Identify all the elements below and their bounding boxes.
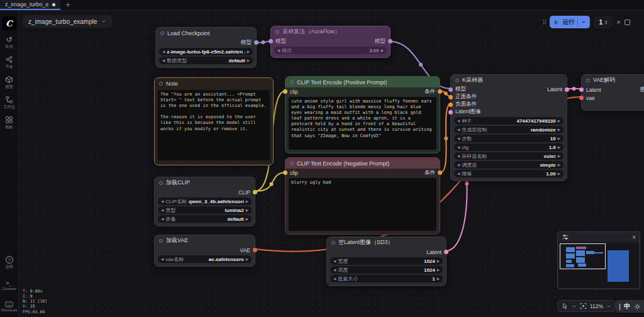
output-slot-latent[interactable]: Latent: [426, 249, 442, 255]
output-slot-conditioning[interactable]: 条件: [425, 169, 436, 177]
node-note[interactable]: Note The "You are an assistant... <Promp…: [154, 77, 274, 165]
link-midpoint-dot[interactable]: [572, 87, 576, 91]
decrement-icon[interactable]: ◀: [457, 128, 460, 131]
node-title-bar[interactable]: 采样算法（AuraFlow）: [271, 26, 390, 37]
widget-ckpt-name[interactable]: ◀ z-image-turbo-fp8-e5m2.safeten ... ▶: [159, 48, 253, 55]
increment-icon[interactable]: ▶: [246, 208, 248, 212]
sidebar-item-templates[interactable]: 模板: [5, 116, 13, 130]
collapse-dot[interactable]: [159, 239, 163, 243]
node-vae-decode[interactable]: VAE解码 Latent 图像 vae: [581, 74, 644, 111]
increment-icon[interactable]: ▶: [246, 217, 248, 221]
node-load-checkpoint[interactable]: Load Checkpoint 模型 ◀ z-image-turbo-fp8-e…: [155, 27, 257, 68]
input-slot-clip[interactable]: clip: [289, 89, 298, 95]
zoom-level[interactable]: 112%: [590, 303, 603, 309]
widget-clip-type[interactable]: ◀ 类型 lumina2 ▶: [158, 206, 252, 214]
comfyui-logo[interactable]: C: [3, 16, 16, 30]
link-midpoint-dot[interactable]: [269, 182, 273, 186]
collapse-dot[interactable]: [290, 162, 294, 165]
increment-icon[interactable]: ▶: [246, 257, 248, 261]
slot-dot-vae[interactable]: [253, 248, 257, 252]
node-clip-text-encode-positive[interactable]: CLIP Text Encode (Positive Prompt) clip …: [285, 76, 440, 153]
slot-dot-model[interactable]: [448, 87, 453, 92]
decrement-icon[interactable]: ◀: [457, 119, 460, 123]
link-midpoint-dot[interactable]: [444, 91, 448, 95]
widget-scheduler[interactable]: ◀ 调度器 simple ▶: [454, 161, 564, 169]
sidebar-item-models[interactable]: 模型: [5, 75, 13, 90]
decrement-icon[interactable]: ◀: [333, 277, 336, 281]
node-load-vae[interactable]: 加载VAE VAE ◀ vae名称 ae.safetensors ▶: [154, 235, 255, 267]
minimap-close-icon[interactable]: ×: [632, 234, 636, 241]
slot-dot-vae[interactable]: [579, 96, 584, 100]
output-slot-latent[interactable]: Latent: [547, 86, 563, 92]
output-slot-clip[interactable]: CLIP: [238, 189, 251, 196]
slot-dot-model[interactable]: [388, 39, 392, 43]
input-slot-vae[interactable]: vae: [586, 95, 595, 101]
widget-sampler-name[interactable]: ◀ 采样器名称 euler ▶: [454, 152, 564, 160]
link-midpoint-dot[interactable]: [419, 63, 423, 67]
decrement-icon[interactable]: ◀: [457, 145, 460, 149]
widget-dtype[interactable]: ◀ 数据类型 default ▶: [159, 57, 253, 64]
widget-width[interactable]: ◀ 宽度 1024 ▶: [330, 257, 443, 265]
collapse-dot[interactable]: [331, 241, 335, 245]
increment-icon[interactable]: ▶: [558, 136, 560, 140]
node-title-bar[interactable]: VAE解码: [582, 75, 644, 86]
decrement-icon[interactable]: ◀: [457, 163, 460, 167]
input-slot-negative[interactable]: 负面条件: [455, 101, 477, 108]
node-title-bar[interactable]: Load Checkpoint: [156, 28, 256, 38]
node-title-bar[interactable]: CLIP Text Encode (Negative Prompt): [286, 158, 440, 169]
note-text[interactable]: The "You are an assistant... <Prompt Sta…: [158, 90, 270, 160]
widget-clip-name[interactable]: ◀ CLIP名称 qwen_3_4b.safetensors ▶: [158, 197, 252, 205]
widget-cfg[interactable]: ◀ cfg 1.0 ▶: [454, 143, 564, 151]
minimap-panel[interactable]: ×: [557, 231, 640, 289]
positive-prompt-text[interactable]: cute anime style girl with massive fluff…: [289, 97, 436, 150]
slot-dot-latent[interactable]: [444, 250, 448, 254]
increment-icon[interactable]: ▶: [247, 58, 250, 62]
pointer-tool-chevron-icon[interactable]: [572, 304, 577, 309]
workflow-selector[interactable]: z_image_turbo_example: [23, 15, 112, 28]
fit-view-icon[interactable]: [580, 303, 587, 309]
run-options-chevron-icon[interactable]: [581, 19, 586, 25]
minimap-settings-icon[interactable]: [562, 233, 569, 241]
pointer-tool-icon[interactable]: [562, 303, 569, 309]
input-slot-clip[interactable]: clip: [289, 170, 298, 176]
drag-handle-icon[interactable]: ⠿: [542, 19, 546, 26]
cancel-run-button[interactable]: ×: [616, 18, 620, 26]
decrement-icon[interactable]: ◀: [162, 50, 165, 53]
widget-denoise[interactable]: ◀ 降噪 1.00 ▶: [454, 170, 564, 177]
collapse-dot[interactable]: [290, 81, 294, 84]
increment-icon[interactable]: ▶: [437, 277, 440, 281]
increment-icon[interactable]: ▶: [246, 199, 248, 203]
collapse-dot[interactable]: [455, 79, 459, 82]
ime-settings-gear-icon[interactable]: [634, 303, 641, 310]
output-slot-image[interactable]: 图像: [640, 86, 644, 94]
widget-control-after-generate[interactable]: ◀ 生成后控制 randomize ▶: [454, 126, 564, 133]
link-midpoint-dot[interactable]: [262, 40, 265, 44]
negative-prompt-text[interactable]: blurry ugly bad: [289, 178, 436, 231]
sidebar-item-console[interactable]: >_ Console: [2, 281, 16, 291]
stop-button[interactable]: [625, 19, 630, 25]
node-clip-text-encode-negative[interactable]: CLIP Text Encode (Negative Prompt) clip …: [285, 157, 440, 235]
increment-icon[interactable]: ▶: [437, 259, 440, 263]
ime-language-indicator[interactable]: 中: [624, 302, 630, 311]
new-tab-button[interactable]: +: [60, 0, 75, 10]
node-model-sampling-auraflow[interactable]: 采样算法（AuraFlow） 模型 模型 ◀ 移位 3.00 ▶: [270, 26, 391, 58]
output-slot-vae[interactable]: VAE: [240, 247, 251, 253]
increment-icon[interactable]: ▶: [558, 172, 560, 175]
collapse-dot[interactable]: [159, 181, 163, 185]
input-slot-positive[interactable]: 正面条件: [455, 93, 477, 101]
unsaved-indicator-dot[interactable]: [52, 3, 55, 6]
decrement-icon[interactable]: ◀: [457, 172, 460, 175]
increment-icon[interactable]: ▶: [437, 268, 440, 272]
node-empty-latent-image[interactable]: 空Latent图像（SD3） Latent ◀ 宽度 1024 ▶ ◀ 高度 1…: [326, 236, 447, 286]
sidebar-item-shortcuts[interactable]: Shortcuts: [1, 301, 17, 312]
decrement-icon[interactable]: ◀: [457, 154, 460, 158]
increment-icon[interactable]: ▶: [558, 119, 560, 123]
slot-dot-clip[interactable]: [283, 89, 287, 94]
link-midpoint-dot[interactable]: [444, 136, 448, 140]
minimap-viewport[interactable]: [560, 243, 606, 269]
decrement-icon[interactable]: ◀: [333, 268, 336, 272]
slot-dot-clip[interactable]: [253, 190, 257, 194]
output-slot-model[interactable]: 模型: [375, 38, 386, 45]
widget-shift[interactable]: ◀ 移位 3.00 ▶: [274, 47, 387, 54]
widget-steps[interactable]: ◀ 步数 10 ▶: [454, 135, 564, 142]
